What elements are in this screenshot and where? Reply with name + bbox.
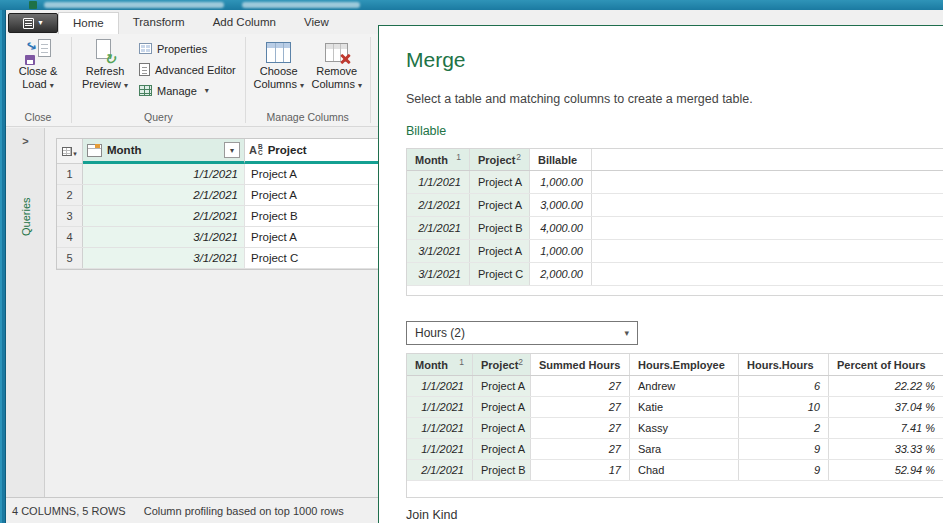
cell[interactable]: 1,000.00 [530,240,592,262]
table-row: 1/1/2021 Project A 27 Kassy 2 7.41 % [407,418,943,439]
excel-logo-icon [29,1,37,9]
choose-columns-button[interactable]: Choose Columns▾ [251,37,307,92]
cell[interactable]: 2 [739,418,829,438]
file-menu-button[interactable]: ▾ [8,13,58,33]
cell[interactable]: Project A [473,418,531,438]
cell[interactable]: Project A [473,376,531,396]
cell[interactable]: Project C [470,263,530,285]
cell[interactable]: 1/1/2021 [407,397,473,417]
billable-table: Month1 Project2 Billable 1/1/2021 Projec… [406,148,943,296]
cell[interactable]: Kassy [630,418,739,438]
chevron-down-icon: ▾ [124,81,128,90]
cell[interactable]: 1/1/2021 [407,418,473,438]
cell[interactable]: 27 [531,418,630,438]
header-percent-of-hours[interactable]: Percent of Hours [829,354,943,375]
cell[interactable]: 3/1/2021 [407,263,470,285]
cell[interactable]: 6 [739,376,829,396]
properties-icon [139,43,152,54]
cell[interactable]: 10 [739,397,829,417]
expand-queries-chevron-icon[interactable]: > [6,135,45,147]
cell[interactable]: Sara [630,439,739,459]
cell[interactable]: Project B [470,217,530,239]
cell[interactable]: Project A [470,171,530,193]
header-summed-hours[interactable]: Summed Hours [531,354,630,375]
table-row: 1/1/2021 Project A 27 Sara 9 33.33 % [407,439,943,460]
merge-table-select[interactable]: Hours (2) ▾ [406,321,638,345]
cell[interactable]: 3,000.00 [530,194,592,216]
dialog-subtitle: Select a table and matching columns to c… [406,92,753,106]
select-all-columns-button[interactable]: ▾ [57,139,83,164]
tab-view[interactable]: View [290,12,343,34]
cell[interactable]: 22.22 % [829,376,943,396]
table-row: 2/1/2021 Project A 3,000.00 [407,194,943,217]
header-hours-employee[interactable]: Hours.Employee [630,354,739,375]
screen: ▾ Home Transform Add Column View ↪ Close… [0,0,943,523]
ribbon-group-label: Query [77,110,240,126]
properties-button[interactable]: Properties [135,38,240,59]
cell[interactable]: 2/1/2021 [407,460,473,480]
cell[interactable]: Chad [630,460,739,480]
billable-table-label: Billable [406,124,446,138]
remove-columns-button[interactable]: Remove Columns▾ [309,37,365,92]
cell[interactable]: 52.94 % [829,460,943,480]
cell[interactable]: Project A [473,397,531,417]
cell[interactable]: 7.41 % [829,418,943,438]
table-row: 2/1/2021 Project B 4,000.00 [407,217,943,240]
chevron-down-icon: ▾ [205,86,209,95]
cell[interactable]: 1/1/2021 [407,439,473,459]
window-left-border [0,10,6,523]
header-project[interactable]: Project2 [470,149,530,170]
cell[interactable]: Project A [473,439,531,459]
cell[interactable]: 17 [531,460,630,480]
cell[interactable]: 9 [739,460,829,480]
header-month[interactable]: Month1 [407,149,470,170]
header-project[interactable]: Project2 [473,354,531,375]
cell-month: 1/1/2021 [83,164,245,184]
table-blank-area [407,286,943,298]
header-month[interactable]: Month1 [407,354,473,375]
cell[interactable]: 27 [531,376,630,396]
date-type-icon [87,144,102,157]
chevron-down-icon: ▾ [73,150,77,158]
table-row: 1/1/2021 Project A 27 Andrew 6 22.22 % [407,376,943,397]
cell[interactable]: 1/1/2021 [407,376,473,396]
cell[interactable]: Project A [470,194,530,216]
cell[interactable]: 37.04 % [829,397,943,417]
tab-transform[interactable]: Transform [119,12,199,34]
cell[interactable]: 33.33 % [829,439,943,459]
cell[interactable]: 2/1/2021 [407,217,470,239]
cell[interactable]: Project B [473,460,531,480]
row-number: 4 [57,227,83,247]
cell[interactable]: 1/1/2021 [407,171,470,193]
filter-dropdown-button[interactable]: ▾ [224,142,240,158]
cell-month: 2/1/2021 [83,185,245,205]
table-row: 1/1/2021 Project A 1,000.00 [407,171,943,194]
manage-button[interactable]: Manage ▾ [135,80,240,101]
cell-month: 2/1/2021 [83,206,245,226]
table-header-row: Month1 Project2 Billable [407,149,943,171]
cell[interactable]: 9 [739,439,829,459]
refresh-icon: ↻ [94,39,116,65]
close-and-load-button[interactable]: ↪ Close & Load▾ [10,37,66,92]
column-header-month[interactable]: Month ▾ [83,139,245,164]
cell[interactable]: 3/1/2021 [407,240,470,262]
cell[interactable]: 27 [531,439,630,459]
chevron-down-icon: ▾ [358,81,362,90]
header-billable[interactable]: Billable [530,149,592,170]
tab-add-column[interactable]: Add Column [199,12,290,34]
cell[interactable]: 2/1/2021 [407,194,470,216]
window-title-blur [242,2,360,8]
cell[interactable]: Project A [470,240,530,262]
advanced-editor-button[interactable]: Advanced Editor [135,59,240,80]
cell[interactable]: Andrew [630,376,739,396]
refresh-preview-button[interactable]: ↻ Refresh Preview▾ [77,37,133,92]
cell[interactable]: 1,000.00 [530,171,592,193]
cell[interactable]: 2,000.00 [530,263,592,285]
cell[interactable]: 27 [531,397,630,417]
cell[interactable]: Katie [630,397,739,417]
header-hours-hours[interactable]: Hours.Hours [739,354,829,375]
cell-month: 3/1/2021 [83,227,245,247]
tab-home[interactable]: Home [58,12,119,34]
cell[interactable]: 4,000.00 [530,217,592,239]
selection-order-badge: 1 [456,149,461,162]
